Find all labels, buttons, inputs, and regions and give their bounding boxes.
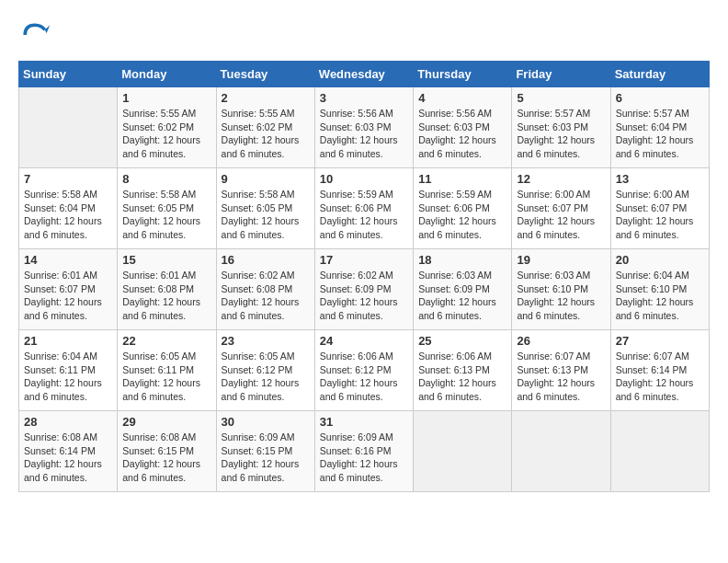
day-number: 6 — [616, 91, 704, 105]
calendar-cell: 16Sunrise: 6:02 AMSunset: 6:08 PMDayligh… — [216, 249, 314, 330]
cell-sun-info: Sunrise: 6:06 AMSunset: 6:13 PMDaylight:… — [418, 350, 506, 404]
header-tuesday: Tuesday — [216, 62, 314, 87]
day-number: 31 — [320, 415, 408, 429]
day-number: 28 — [24, 415, 112, 429]
logo-icon — [18, 18, 51, 52]
week-row-5: 28Sunrise: 6:08 AMSunset: 6:14 PMDayligh… — [19, 411, 710, 492]
day-number: 13 — [616, 172, 704, 186]
logo — [18, 18, 57, 52]
cell-sun-info: Sunrise: 6:04 AMSunset: 6:10 PMDaylight:… — [616, 269, 704, 323]
calendar-cell: 30Sunrise: 6:09 AMSunset: 6:15 PMDayligh… — [216, 411, 314, 492]
calendar-cell: 8Sunrise: 5:58 AMSunset: 6:05 PMDaylight… — [118, 168, 216, 249]
calendar-cell: 6Sunrise: 5:57 AMSunset: 6:04 PMDaylight… — [610, 87, 709, 168]
calendar-cell — [610, 411, 709, 492]
calendar-header-row: SundayMondayTuesdayWednesdayThursdayFrid… — [19, 62, 710, 87]
cell-sun-info: Sunrise: 5:59 AMSunset: 6:06 PMDaylight:… — [418, 188, 506, 242]
day-number: 18 — [418, 253, 506, 267]
cell-sun-info: Sunrise: 6:00 AMSunset: 6:07 PMDaylight:… — [517, 188, 605, 242]
cell-sun-info: Sunrise: 6:00 AMSunset: 6:07 PMDaylight:… — [616, 188, 704, 242]
cell-sun-info: Sunrise: 6:08 AMSunset: 6:14 PMDaylight:… — [24, 431, 112, 485]
cell-sun-info: Sunrise: 6:03 AMSunset: 6:10 PMDaylight:… — [517, 269, 605, 323]
day-number: 12 — [517, 172, 605, 186]
calendar-cell: 22Sunrise: 6:05 AMSunset: 6:11 PMDayligh… — [118, 330, 216, 411]
cell-sun-info: Sunrise: 6:02 AMSunset: 6:09 PMDaylight:… — [320, 269, 408, 323]
calendar-cell: 15Sunrise: 6:01 AMSunset: 6:08 PMDayligh… — [118, 249, 216, 330]
week-row-3: 14Sunrise: 6:01 AMSunset: 6:07 PMDayligh… — [19, 249, 710, 330]
cell-sun-info: Sunrise: 6:02 AMSunset: 6:08 PMDaylight:… — [222, 269, 310, 323]
day-number: 29 — [122, 415, 210, 429]
day-number: 1 — [122, 91, 210, 105]
calendar-cell — [414, 411, 512, 492]
calendar-cell: 28Sunrise: 6:08 AMSunset: 6:14 PMDayligh… — [19, 411, 118, 492]
cell-sun-info: Sunrise: 5:56 AMSunset: 6:03 PMDaylight:… — [418, 107, 506, 161]
day-number: 14 — [24, 253, 112, 267]
calendar-cell: 9Sunrise: 5:58 AMSunset: 6:05 PMDaylight… — [216, 168, 314, 249]
cell-sun-info: Sunrise: 6:06 AMSunset: 6:12 PMDaylight:… — [320, 350, 408, 404]
day-number: 27 — [616, 334, 704, 348]
calendar-cell: 23Sunrise: 6:05 AMSunset: 6:12 PMDayligh… — [216, 330, 314, 411]
day-number: 10 — [320, 172, 408, 186]
page-header — [18, 18, 710, 52]
header-saturday: Saturday — [610, 62, 709, 87]
cell-sun-info: Sunrise: 6:05 AMSunset: 6:11 PMDaylight:… — [122, 350, 210, 404]
calendar-cell: 27Sunrise: 6:07 AMSunset: 6:14 PMDayligh… — [610, 330, 709, 411]
calendar-cell: 5Sunrise: 5:57 AMSunset: 6:03 PMDaylight… — [512, 87, 610, 168]
calendar-table: SundayMondayTuesdayWednesdayThursdayFrid… — [18, 61, 710, 492]
day-number: 30 — [222, 415, 310, 429]
cell-sun-info: Sunrise: 6:07 AMSunset: 6:14 PMDaylight:… — [616, 350, 704, 404]
day-number: 4 — [418, 91, 506, 105]
calendar-cell: 29Sunrise: 6:08 AMSunset: 6:15 PMDayligh… — [118, 411, 216, 492]
day-number: 2 — [222, 91, 310, 105]
calendar-cell: 17Sunrise: 6:02 AMSunset: 6:09 PMDayligh… — [314, 249, 413, 330]
cell-sun-info: Sunrise: 5:58 AMSunset: 6:05 PMDaylight:… — [222, 188, 310, 242]
cell-sun-info: Sunrise: 6:05 AMSunset: 6:12 PMDaylight:… — [222, 350, 310, 404]
cell-sun-info: Sunrise: 6:01 AMSunset: 6:07 PMDaylight:… — [24, 269, 112, 323]
week-row-1: 1Sunrise: 5:55 AMSunset: 6:02 PMDaylight… — [19, 87, 710, 168]
cell-sun-info: Sunrise: 5:56 AMSunset: 6:03 PMDaylight:… — [320, 107, 408, 161]
cell-sun-info: Sunrise: 5:55 AMSunset: 6:02 PMDaylight:… — [122, 107, 210, 161]
calendar-cell: 13Sunrise: 6:00 AMSunset: 6:07 PMDayligh… — [610, 168, 709, 249]
header-friday: Friday — [512, 62, 610, 87]
day-number: 20 — [616, 253, 704, 267]
day-number: 26 — [517, 334, 605, 348]
cell-sun-info: Sunrise: 5:55 AMSunset: 6:02 PMDaylight:… — [222, 107, 310, 161]
calendar-cell: 21Sunrise: 6:04 AMSunset: 6:11 PMDayligh… — [19, 330, 118, 411]
calendar-cell: 19Sunrise: 6:03 AMSunset: 6:10 PMDayligh… — [512, 249, 610, 330]
day-number: 23 — [222, 334, 310, 348]
day-number: 15 — [122, 253, 210, 267]
week-row-2: 7Sunrise: 5:58 AMSunset: 6:04 PMDaylight… — [19, 168, 710, 249]
calendar-cell: 12Sunrise: 6:00 AMSunset: 6:07 PMDayligh… — [512, 168, 610, 249]
header-wednesday: Wednesday — [314, 62, 413, 87]
cell-sun-info: Sunrise: 5:58 AMSunset: 6:04 PMDaylight:… — [24, 188, 112, 242]
cell-sun-info: Sunrise: 5:57 AMSunset: 6:04 PMDaylight:… — [616, 107, 704, 161]
calendar-cell — [512, 411, 610, 492]
cell-sun-info: Sunrise: 6:09 AMSunset: 6:15 PMDaylight:… — [222, 431, 310, 485]
header-sunday: Sunday — [19, 62, 118, 87]
day-number: 22 — [122, 334, 210, 348]
cell-sun-info: Sunrise: 6:09 AMSunset: 6:16 PMDaylight:… — [320, 431, 408, 485]
calendar-cell — [19, 87, 118, 168]
cell-sun-info: Sunrise: 5:57 AMSunset: 6:03 PMDaylight:… — [517, 107, 605, 161]
day-number: 3 — [320, 91, 408, 105]
calendar-cell: 25Sunrise: 6:06 AMSunset: 6:13 PMDayligh… — [414, 330, 512, 411]
calendar-cell: 31Sunrise: 6:09 AMSunset: 6:16 PMDayligh… — [314, 411, 413, 492]
cell-sun-info: Sunrise: 6:04 AMSunset: 6:11 PMDaylight:… — [24, 350, 112, 404]
cell-sun-info: Sunrise: 5:59 AMSunset: 6:06 PMDaylight:… — [320, 188, 408, 242]
cell-sun-info: Sunrise: 6:01 AMSunset: 6:08 PMDaylight:… — [122, 269, 210, 323]
calendar-cell: 10Sunrise: 5:59 AMSunset: 6:06 PMDayligh… — [314, 168, 413, 249]
calendar-cell: 11Sunrise: 5:59 AMSunset: 6:06 PMDayligh… — [414, 168, 512, 249]
calendar-cell: 3Sunrise: 5:56 AMSunset: 6:03 PMDaylight… — [314, 87, 413, 168]
day-number: 17 — [320, 253, 408, 267]
calendar-cell: 2Sunrise: 5:55 AMSunset: 6:02 PMDaylight… — [216, 87, 314, 168]
day-number: 11 — [418, 172, 506, 186]
header-thursday: Thursday — [414, 62, 512, 87]
calendar-cell: 1Sunrise: 5:55 AMSunset: 6:02 PMDaylight… — [118, 87, 216, 168]
calendar-cell: 24Sunrise: 6:06 AMSunset: 6:12 PMDayligh… — [314, 330, 413, 411]
week-row-4: 21Sunrise: 6:04 AMSunset: 6:11 PMDayligh… — [19, 330, 710, 411]
day-number: 25 — [418, 334, 506, 348]
calendar-cell: 18Sunrise: 6:03 AMSunset: 6:09 PMDayligh… — [414, 249, 512, 330]
calendar-cell: 26Sunrise: 6:07 AMSunset: 6:13 PMDayligh… — [512, 330, 610, 411]
day-number: 7 — [24, 172, 112, 186]
day-number: 21 — [24, 334, 112, 348]
day-number: 24 — [320, 334, 408, 348]
